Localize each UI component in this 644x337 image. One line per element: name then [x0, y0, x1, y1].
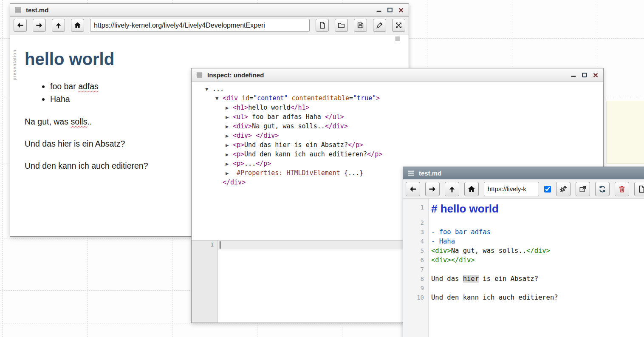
code-line[interactable]: 4- Haha [403, 237, 644, 246]
maximize-button[interactable] [386, 6, 394, 14]
new-file-button[interactable] [316, 19, 329, 32]
text-segment: <p> [233, 141, 244, 149]
minimize-button[interactable] [570, 71, 577, 79]
open-external-button[interactable] [576, 182, 590, 196]
text-segment: </p> [348, 141, 363, 149]
window-menu-button[interactable] [195, 71, 203, 79]
code-text [429, 265, 431, 274]
text-segment: = [349, 94, 353, 102]
inspector-tree-line[interactable]: ▶<p>Und das hier is ein Absatz?</p> [205, 140, 603, 150]
browse-folder-button[interactable] [335, 19, 348, 32]
edit-button[interactable] [373, 19, 386, 32]
external-link-icon [579, 185, 587, 193]
minimize-button[interactable] [375, 6, 383, 14]
home-button[interactable] [464, 182, 479, 196]
text-segment: solls [71, 117, 87, 126]
text-segment: foo bar [50, 82, 78, 91]
hamburger-icon [407, 170, 415, 177]
code-text: Und den kann ich auch editieren? [429, 293, 558, 302]
up-icon [54, 21, 62, 29]
scrollbar-stub[interactable] [395, 37, 400, 41]
back-button[interactable] [14, 19, 27, 32]
window-menu-button[interactable] [14, 6, 22, 14]
code-line[interactable]: 3- foo bar adfas [403, 227, 644, 237]
text-segment [233, 169, 237, 177]
text-segment: ▶ [226, 169, 233, 178]
text-segment: </div> [223, 178, 246, 186]
console-cursor [220, 241, 220, 249]
text-segment: ▶ [226, 122, 233, 131]
background-note-window[interactable] [607, 101, 644, 164]
text-segment: </h1> [290, 104, 309, 111]
titlebar[interactable]: test.md [10, 4, 409, 17]
code-text: - Haha [429, 237, 455, 246]
save-button[interactable] [354, 19, 367, 32]
code-line[interactable]: 7 [403, 265, 644, 274]
delete-button[interactable] [615, 182, 629, 196]
folder-icon [337, 21, 345, 29]
inspector-tree-line[interactable]: ▶<p>Und den kann ich auch editieren?</p> [205, 150, 603, 159]
titlebar[interactable]: Inspect: undefined [192, 68, 603, 82]
window-menu-button[interactable] [407, 169, 415, 177]
text-segment: hier [463, 275, 479, 283]
code-line[interactable]: 9 [403, 283, 644, 293]
back-button[interactable] [406, 182, 420, 196]
titlebar[interactable]: test.md [403, 167, 644, 179]
text-segment: </p> [256, 160, 271, 167]
text-segment: ▼ [215, 94, 223, 103]
maximize-button[interactable] [581, 71, 588, 79]
url-input[interactable] [484, 182, 539, 196]
text-segment: <ul> [233, 113, 248, 121]
code-text: # hello world [429, 201, 499, 218]
new-file-button[interactable] [634, 182, 644, 196]
save-icon [356, 21, 364, 29]
up-button[interactable] [445, 182, 459, 196]
window-title: Inspect: undefined [207, 71, 264, 79]
inspector-tree-line[interactable]: ▼<div id="content" contenteditable="true… [205, 93, 603, 103]
inspector-tree-line[interactable]: ▶<div> </div> [205, 131, 603, 140]
text-segment: ▶ [226, 131, 233, 141]
reload-button[interactable] [595, 182, 610, 196]
inspector-tree-line[interactable]: ▼... [205, 84, 603, 93]
console-line-number: 1 [192, 241, 214, 248]
code-text [429, 218, 431, 227]
inspector-tree-line[interactable]: ▶<div>Na gut, was solls..</div> [205, 122, 603, 131]
forward-button[interactable] [33, 19, 46, 32]
new-file-icon [637, 185, 644, 193]
line-number: 3 [403, 227, 429, 237]
code-line[interactable]: 8Und das hier is ein Absatz? [403, 274, 644, 283]
text-segment: Und das [431, 275, 463, 283]
console-gutter [192, 241, 218, 323]
new-file-icon [318, 21, 326, 29]
url-input[interactable] [90, 19, 310, 32]
text-segment: Und den kann ich auch editieren? [431, 294, 558, 301]
inspector-tree-line[interactable]: ▶<ul> foo bar adfas Haha </ul> [205, 112, 603, 122]
markdown-source-editor[interactable]: 1# hello world23- foo bar adfas4- Haha5<… [403, 199, 644, 337]
settings-button[interactable] [556, 182, 571, 196]
code-line[interactable]: 5<div>Na gut, was solls..</div> [403, 246, 644, 255]
maximize-icon [387, 7, 393, 14]
text-segment: </div> [256, 132, 279, 139]
close-button[interactable] [397, 6, 405, 14]
auto-update-checkbox[interactable] [544, 186, 551, 193]
close-button[interactable] [592, 71, 599, 79]
maximize-icon [581, 72, 588, 79]
code-line[interactable]: 10Und den kann ich auch editieren? [403, 293, 644, 302]
text-segment: foo bar adfas Haha [248, 113, 325, 121]
fullscreen-button[interactable] [392, 19, 405, 32]
text-segment: ▶ [226, 150, 233, 159]
text-segment: = [249, 94, 253, 102]
desktop: { "desktop": { "background_note_color": … [0, 0, 644, 337]
text-segment: Und den kann ich auch editieren? [25, 161, 148, 170]
text-segment: ▼ [205, 85, 212, 94]
forward-button[interactable] [425, 182, 440, 196]
text-segment: Haha [50, 94, 70, 104]
code-text: - foo bar adfas [429, 227, 491, 237]
text-segment: .. [87, 117, 92, 126]
inspector-tree-line[interactable]: ▶<h1>hello world</h1> [205, 103, 603, 112]
up-button[interactable] [52, 19, 65, 32]
code-line[interactable]: 1# hello world [403, 201, 644, 218]
code-line[interactable]: 6<div></div> [403, 255, 644, 265]
home-button[interactable] [71, 19, 84, 32]
code-line[interactable]: 2 [403, 218, 644, 227]
